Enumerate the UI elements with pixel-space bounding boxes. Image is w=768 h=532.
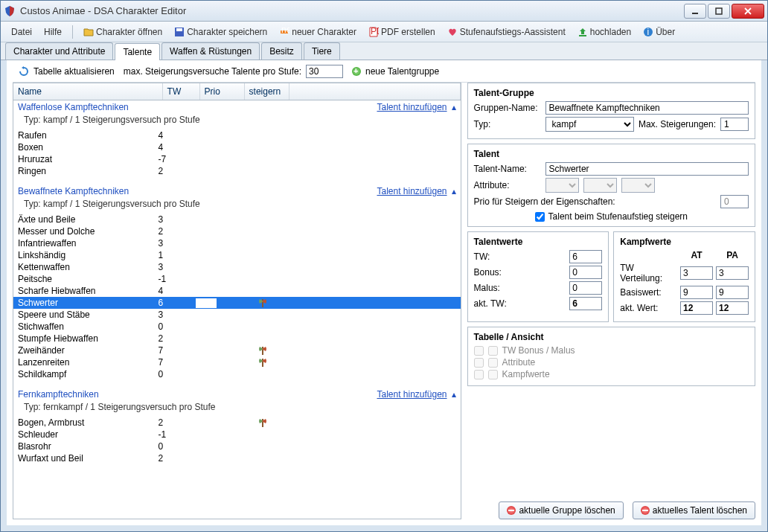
- group-header[interactable]: Bewaffnete KampftechnikenTalent hinzufüg…: [13, 185, 461, 198]
- group-header[interactable]: Waffenlose KampftechnikenTalent hinzufüg…: [13, 100, 461, 114]
- group-typ-label: Typ:: [474, 119, 541, 129]
- pdf-button[interactable]: PDFPDF erstellen: [364, 25, 440, 39]
- new-talentgroup-button[interactable]: neue Talentgruppe: [365, 66, 439, 77]
- svg-text:new: new: [281, 27, 289, 35]
- chevron-up-icon[interactable]: ▴: [452, 389, 456, 400]
- talent-row[interactable]: Messer und Dolche2: [13, 225, 461, 237]
- vert-at-input[interactable]: [680, 266, 713, 280]
- col-steigern[interactable]: steigern: [245, 83, 289, 100]
- talent-row[interactable]: Ringen2: [13, 165, 461, 177]
- bonus-input[interactable]: [569, 266, 602, 279]
- open-button[interactable]: Charakter öffnen: [79, 25, 167, 39]
- tab-talente[interactable]: Talente: [115, 43, 160, 60]
- talent-row[interactable]: Stichwaffen0: [13, 321, 461, 333]
- talent-row[interactable]: Infantriewaffen3: [13, 237, 461, 249]
- tab-tiere[interactable]: Tiere: [304, 42, 340, 60]
- cb-attr-2: [488, 358, 498, 368]
- menu-datei[interactable]: Datei: [7, 25, 36, 39]
- steigern-cell: [240, 357, 285, 368]
- pdf-icon: PDF: [368, 27, 379, 37]
- talent-row[interactable]: Schildkampf0: [13, 368, 461, 380]
- tab-character-attributes[interactable]: Charakter und Attribute: [5, 42, 113, 60]
- group-name-input[interactable]: [545, 101, 749, 115]
- upload-button[interactable]: hochladen: [573, 25, 636, 39]
- talent-name-cell: Messer und Dolche: [18, 226, 159, 237]
- tw-cell: 4: [159, 142, 196, 153]
- talent-group-panel: Talent-Gruppe Gruppen-Name: Typ: kampf M…: [467, 83, 755, 139]
- prio-steigern-input: [720, 195, 749, 208]
- delete-group-button[interactable]: aktuelle Gruppe löschen: [499, 501, 623, 519]
- tw-input[interactable]: [569, 250, 602, 263]
- talent-row[interactable]: Hruruzat-7: [13, 153, 461, 165]
- about-button[interactable]: iÜber: [639, 25, 679, 39]
- tw-cell: 1: [159, 250, 196, 260]
- tab-besitz[interactable]: Besitz: [261, 42, 302, 60]
- minimize-button[interactable]: [684, 4, 706, 19]
- talent-row[interactable]: Raufen4: [13, 129, 461, 141]
- talent-row[interactable]: Bogen, Armbrust2: [13, 417, 461, 429]
- delete-talent-button[interactable]: aktuelles Talent löschen: [633, 501, 755, 519]
- stufenaufstieg-checkbox[interactable]: [535, 212, 545, 222]
- tab-waffen[interactable]: Waffen & Rüstungen: [161, 42, 260, 60]
- talent-row[interactable]: Schleuder-1: [13, 429, 461, 440]
- titlebar: Custos Animae - DSA Charakter Editor: [1, 1, 767, 22]
- talent-row[interactable]: Zweihänder7: [13, 344, 461, 356]
- talent-row[interactable]: Schwerter6: [13, 297, 461, 309]
- talent-row[interactable]: Scharfe Hiebwaffen4: [13, 285, 461, 297]
- talent-row[interactable]: Äxte und Beile3: [13, 214, 461, 225]
- talent-row[interactable]: Lanzenreiten7: [13, 356, 461, 368]
- refresh-table-button[interactable]: Tabelle aktualisieren: [33, 66, 115, 77]
- talent-row[interactable]: Peitsche-1: [13, 273, 461, 285]
- group-max-input[interactable]: [720, 118, 749, 131]
- talent-name-cell: Linkshändig: [18, 250, 159, 260]
- col-prio[interactable]: Prio: [200, 83, 245, 100]
- group-panel-title: Talent-Gruppe: [474, 88, 749, 98]
- chevron-up-icon[interactable]: ▴: [452, 186, 456, 196]
- upload-icon: [577, 27, 588, 37]
- assistant-button[interactable]: Stufenaufstiegs-Aassistent: [443, 25, 570, 39]
- tw-cell: 4: [159, 286, 196, 296]
- main-toolbar: Datei Hilfe Charakter öffnen Charakter s…: [1, 22, 767, 42]
- svg-rect-11: [262, 347, 263, 355]
- menu-hilfe[interactable]: Hilfe: [39, 25, 66, 39]
- table-body[interactable]: Waffenlose KampftechnikenTalent hinzufüg…: [13, 100, 461, 519]
- stufenaufstieg-label: Talent beim Stufenaufstieg steigern: [548, 211, 688, 222]
- talent-row[interactable]: Stumpfe Hiebwaffen2: [13, 333, 461, 344]
- malus-input[interactable]: [569, 281, 602, 295]
- col-name[interactable]: Name: [13, 83, 163, 100]
- talent-row[interactable]: Wurfaxt und Beil2: [13, 452, 461, 464]
- close-button[interactable]: [732, 4, 764, 19]
- cb-twbm-2: [488, 346, 498, 356]
- save-button[interactable]: Charakter speichern: [170, 25, 272, 39]
- tw-cell: -1: [159, 429, 196, 440]
- talentwerte-title: Talentwerte: [474, 237, 603, 247]
- svg-rect-12: [262, 359, 263, 367]
- vert-pa-input[interactable]: [716, 266, 749, 280]
- new-button[interactable]: newneuer Charakter: [275, 25, 361, 39]
- tw-cell: 0: [159, 321, 196, 332]
- talent-name-cell: Raufen: [18, 130, 159, 141]
- group-name: Fernkampftechniken: [18, 389, 377, 400]
- add-talent-link[interactable]: Talent hinzufügen: [377, 389, 447, 400]
- view-title: Tabelle / Ansicht: [474, 332, 749, 342]
- talent-row[interactable]: Speere und Stäbe3: [13, 309, 461, 321]
- svg-rect-0: [692, 13, 698, 14]
- talent-row[interactable]: Boxen4: [13, 141, 461, 153]
- chevron-up-icon[interactable]: ▴: [452, 102, 456, 112]
- add-talent-link[interactable]: Talent hinzufügen: [377, 102, 447, 112]
- group-typ-select[interactable]: kampf: [545, 117, 634, 132]
- group-header[interactable]: FernkampftechnikenTalent hinzufügen▴: [13, 388, 461, 401]
- max-steigerung-input[interactable]: [306, 65, 343, 78]
- talent-row[interactable]: Kettenwaffen3: [13, 261, 461, 273]
- talent-panel-title: Talent: [474, 149, 749, 159]
- basis-at-input: [680, 286, 713, 299]
- col-tw[interactable]: TW: [163, 83, 200, 100]
- talent-row[interactable]: Linkshändig1: [13, 249, 461, 261]
- maximize-button[interactable]: [708, 4, 730, 19]
- tw-cell: 2: [159, 453, 196, 464]
- add-talent-link[interactable]: Talent hinzufügen: [377, 186, 447, 196]
- talent-row[interactable]: Blasrohr0: [13, 440, 461, 452]
- talentwerte-panel: Talentwerte TW: Bonus: Malus: akt. TW:: [467, 231, 609, 322]
- talent-name-input[interactable]: [545, 162, 749, 176]
- tw-cell: 2: [159, 166, 196, 176]
